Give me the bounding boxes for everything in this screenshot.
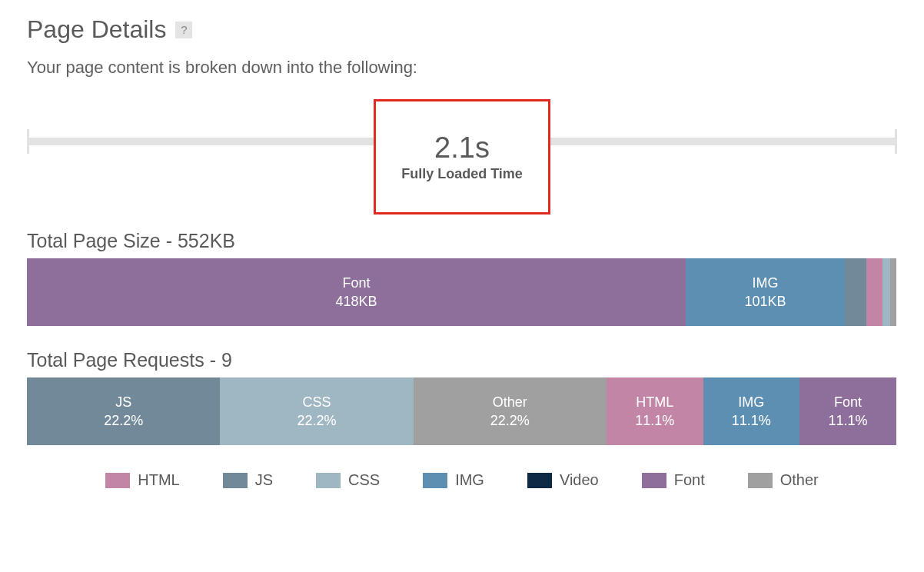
legend-swatch bbox=[527, 473, 552, 488]
segment-value: 22.2% bbox=[104, 411, 143, 430]
legend-label: IMG bbox=[455, 471, 484, 489]
segment-value: 22.2% bbox=[490, 411, 530, 430]
segment-html[interactable]: HTML11.1% bbox=[607, 377, 703, 445]
legend-label: Video bbox=[560, 471, 599, 489]
page-size-bar: Font418KBIMG101KBJSHTMLCSSOther bbox=[27, 258, 897, 326]
segment-label: HTML bbox=[636, 393, 673, 411]
legend-swatch bbox=[642, 473, 666, 488]
timeline: 2.1s Fully Loaded Time bbox=[27, 99, 897, 207]
legend-swatch bbox=[748, 473, 773, 488]
legend-item-other[interactable]: Other bbox=[748, 471, 819, 489]
legend-item-img[interactable]: IMG bbox=[423, 471, 484, 489]
segment-label: JS bbox=[115, 393, 131, 411]
segment-value: 11.1% bbox=[635, 411, 674, 430]
segment-css[interactable]: CSS bbox=[882, 258, 890, 326]
segment-html[interactable]: HTML bbox=[866, 258, 882, 326]
segment-label: Font bbox=[342, 274, 370, 292]
segment-font[interactable]: Font418KB bbox=[27, 258, 686, 326]
fully-loaded-box: 2.1s Fully Loaded Time bbox=[374, 99, 550, 214]
legend-swatch bbox=[316, 473, 341, 488]
segment-label: CSS bbox=[302, 393, 331, 411]
segment-js[interactable]: JS22.2% bbox=[27, 377, 220, 445]
segment-value: 418KB bbox=[335, 292, 377, 311]
segment-value: 11.1% bbox=[828, 411, 867, 430]
segment-other[interactable]: Other22.2% bbox=[414, 377, 607, 445]
page-title-text: Page Details bbox=[27, 15, 166, 44]
legend-item-js[interactable]: JS bbox=[223, 471, 273, 489]
segment-font[interactable]: Font11.1% bbox=[799, 377, 896, 445]
legend-item-css[interactable]: CSS bbox=[316, 471, 380, 489]
segment-label: IMG bbox=[738, 393, 764, 411]
segment-value: 11.1% bbox=[732, 411, 771, 430]
legend-label: JS bbox=[255, 471, 273, 489]
segment-value: 22.2% bbox=[297, 411, 336, 430]
fully-loaded-label: Fully Loaded Time bbox=[401, 166, 523, 182]
legend: HTMLJSCSSIMGVideoFontOther bbox=[27, 471, 897, 489]
segment-label: Font bbox=[834, 393, 862, 411]
page-title: Page Details ? bbox=[27, 15, 897, 44]
legend-label: CSS bbox=[348, 471, 380, 489]
legend-label: Other bbox=[780, 471, 819, 489]
segment-img[interactable]: IMG101KB bbox=[686, 258, 845, 326]
legend-item-html[interactable]: HTML bbox=[105, 471, 179, 489]
subtitle: Your page content is broken down into th… bbox=[27, 58, 897, 78]
fully-loaded-time: 2.1s bbox=[434, 131, 490, 165]
legend-swatch bbox=[105, 473, 130, 488]
segment-value: 101KB bbox=[744, 292, 786, 311]
segment-label: IMG bbox=[752, 274, 778, 292]
segment-css[interactable]: CSS22.2% bbox=[220, 377, 413, 445]
legend-swatch bbox=[423, 473, 447, 488]
page-requests-bar: JS22.2%CSS22.2%Other22.2%HTML11.1%IMG11.… bbox=[27, 377, 897, 445]
page-requests-title: Total Page Requests - 9 bbox=[27, 349, 897, 371]
legend-swatch bbox=[223, 473, 248, 488]
legend-label: Font bbox=[674, 471, 705, 489]
legend-label: HTML bbox=[138, 471, 179, 489]
legend-item-video[interactable]: Video bbox=[527, 471, 599, 489]
legend-item-font[interactable]: Font bbox=[642, 471, 705, 489]
page-size-title: Total Page Size - 552KB bbox=[27, 230, 897, 252]
segment-img[interactable]: IMG11.1% bbox=[703, 377, 800, 445]
segment-other[interactable]: Other bbox=[890, 258, 896, 326]
help-icon[interactable]: ? bbox=[175, 22, 192, 38]
segment-label: Other bbox=[493, 393, 527, 411]
segment-js[interactable]: JS bbox=[845, 258, 866, 326]
